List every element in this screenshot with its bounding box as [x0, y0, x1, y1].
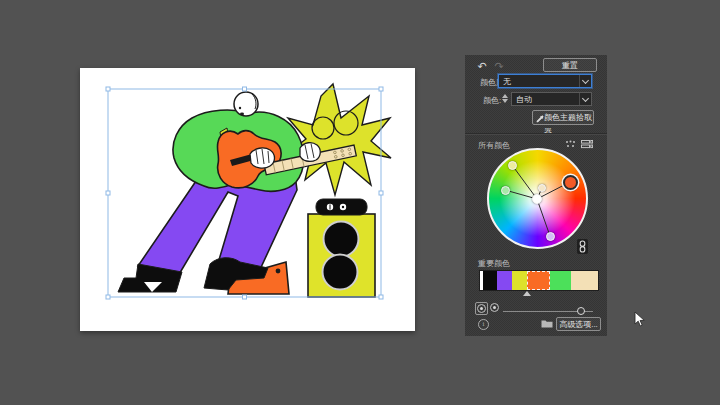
chevron-down-icon	[579, 75, 591, 87]
saturation-mode-button[interactable]	[475, 302, 488, 315]
color-wheel[interactable]	[487, 148, 588, 249]
colors-label: 颜色:	[483, 95, 501, 106]
link-harmony-colors-icon[interactable]	[577, 239, 588, 254]
pedal-knob	[276, 269, 281, 274]
eye	[239, 107, 241, 109]
slider-thumb[interactable]	[577, 307, 585, 315]
speaker-cone	[324, 222, 359, 257]
swatch-purple[interactable]	[497, 271, 512, 290]
eyedropper-icon	[536, 115, 544, 123]
chevron-down-icon	[579, 93, 591, 105]
application-window: { "panel": { "history": { "undo_glyph": …	[0, 0, 720, 405]
colors-dropdown[interactable]: 自动	[511, 92, 592, 106]
recolor-artwork-panel: ↶ ↷ 重置 颜色库: 无 颜色: 自动 颜色主题拾取器 所有颜色 重要颜	[465, 55, 607, 336]
color-library-value: 无	[499, 76, 579, 87]
wheel-handle-green[interactable]	[501, 186, 510, 195]
wheel-handle-orange[interactable]	[563, 175, 578, 190]
guitarist-illustration	[80, 68, 415, 331]
mouth	[240, 113, 244, 116]
redo-icon[interactable]: ↷	[492, 59, 506, 73]
prominent-colors-bar[interactable]	[480, 271, 598, 290]
reset-button[interactable]: 重置	[543, 58, 597, 72]
swatch-cream[interactable]	[571, 271, 598, 290]
undo-icon[interactable]: ↶	[475, 59, 489, 73]
speaker-cone	[323, 255, 358, 290]
brightness-mode-button[interactable]	[489, 302, 500, 313]
colors-stepper[interactable]	[501, 93, 508, 105]
swatch-yellow-green[interactable]	[512, 271, 527, 290]
amp-knob-dot	[342, 206, 344, 208]
mouse-cursor	[634, 311, 646, 329]
swatch-orange[interactable]	[527, 271, 549, 290]
swatch-marker[interactable]	[523, 291, 531, 296]
wheel-view-icon[interactable]	[565, 140, 576, 149]
color-theme-picker-button[interactable]: 颜色主题拾取器	[532, 110, 594, 125]
swatch-green[interactable]	[550, 271, 571, 290]
swatch-black[interactable]	[483, 271, 497, 290]
prominent-colors-label: 重要颜色	[478, 258, 510, 269]
color-slider[interactable]	[503, 307, 593, 315]
advanced-options-button[interactable]: 高级选项...	[556, 317, 601, 331]
colors-value: 自动	[512, 94, 579, 105]
fretting-hand	[300, 143, 320, 162]
wheel-handle-cream[interactable]	[538, 184, 546, 192]
wheel-handle-yellow[interactable]	[508, 161, 517, 170]
save-to-library-folder-icon[interactable]	[541, 319, 553, 328]
wheel-handle-purple[interactable]	[546, 232, 555, 241]
divider	[465, 133, 607, 134]
artboard[interactable]	[80, 68, 415, 331]
wheel-handle-base[interactable]	[532, 194, 542, 204]
color-library-dropdown[interactable]: 无	[498, 74, 592, 88]
info-icon[interactable]: i	[478, 319, 489, 330]
head	[234, 92, 258, 116]
bar-view-icon[interactable]	[581, 140, 593, 149]
